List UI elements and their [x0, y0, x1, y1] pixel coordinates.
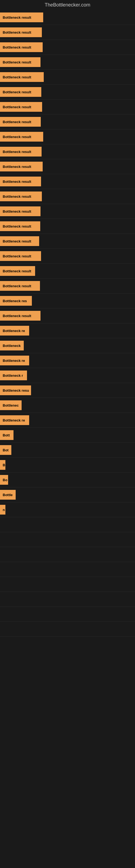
- bottleneck-bar: Bottleneck result: [0, 57, 41, 67]
- bottleneck-bar: Bottleneck result: [0, 281, 40, 291]
- bottleneck-bar: Bo: [0, 475, 8, 485]
- bar-row: [0, 562, 135, 577]
- site-title: TheBottlenecker.com: [0, 0, 135, 10]
- bar-row: Bottleneck re: [0, 353, 135, 368]
- bottleneck-bar: Bottleneck: [0, 341, 24, 350]
- bar-row: Bottleneck result: [0, 144, 135, 159]
- bottleneck-bar: n: [0, 505, 5, 515]
- bar-row: [0, 532, 135, 547]
- bottleneck-bar: Bottleneck re: [0, 415, 29, 425]
- bar-row: [0, 622, 135, 637]
- bottleneck-bar: Bottleneck result: [0, 251, 41, 261]
- bar-row: Bottleneck result: [0, 204, 135, 219]
- bar-row: [0, 607, 135, 622]
- bar-row: Bottleneck result: [0, 40, 135, 55]
- bar-row: Bottleneck r: [0, 368, 135, 383]
- bar-row: Bottleneck result: [0, 115, 135, 129]
- bottleneck-bar: Bott: [0, 430, 13, 440]
- bar-row: Bottleneck result: [0, 85, 135, 99]
- bottleneck-bar: Bottleneck result: [0, 72, 44, 82]
- bottleneck-bar: Bottleneck result: [0, 191, 42, 201]
- bottleneck-bar: Bottlenec: [0, 400, 21, 410]
- bar-row: Bott: [0, 428, 135, 443]
- bars-container: Bottleneck resultBottleneck resultBottle…: [0, 10, 135, 637]
- bottleneck-bar: Bottleneck result: [0, 12, 43, 22]
- bottleneck-bar: Bottleneck result: [0, 147, 42, 156]
- bottleneck-bar: B: [0, 460, 5, 470]
- bar-row: B: [0, 458, 135, 472]
- bar-row: Bot: [0, 443, 135, 458]
- bar-row: Bottleneck res: [0, 293, 135, 308]
- bottleneck-bar: Bottleneck result: [0, 266, 35, 276]
- bar-row: Bottle: [0, 488, 135, 502]
- bar-row: Bottleneck result: [0, 234, 135, 249]
- bar-row: Bottleneck result: [0, 99, 135, 115]
- bottleneck-bar: Bottleneck re: [0, 355, 29, 365]
- bar-row: Bottleneck result: [0, 249, 135, 264]
- bottleneck-bar: Bottle: [0, 490, 16, 500]
- bottleneck-bar: Bottleneck resu: [0, 385, 31, 395]
- bar-row: Bottleneck result: [0, 174, 135, 189]
- bar-row: Bottleneck re: [0, 323, 135, 338]
- bottleneck-bar: Bottleneck res: [0, 296, 32, 306]
- bottleneck-bar: Bottleneck result: [0, 162, 43, 172]
- bottleneck-bar: Bottleneck result: [0, 132, 43, 142]
- bar-row: n: [0, 502, 135, 517]
- bottleneck-bar: Bottleneck result: [0, 87, 41, 97]
- bottleneck-bar: Bottleneck result: [0, 27, 42, 37]
- bottleneck-bar: Bottleneck r: [0, 371, 27, 380]
- bar-row: Bottleneck result: [0, 10, 135, 25]
- bar-row: Bottleneck result: [0, 189, 135, 204]
- bar-row: Bo: [0, 472, 135, 488]
- bar-row: [0, 547, 135, 562]
- bottleneck-bar: Bottleneck result: [0, 177, 41, 186]
- bar-row: Bottleneck result: [0, 279, 135, 293]
- bar-row: Bottleneck: [0, 338, 135, 353]
- bottleneck-bar: Bottleneck result: [0, 42, 43, 52]
- bar-row: Bottleneck re: [0, 413, 135, 428]
- bar-row: Bottleneck result: [0, 70, 135, 85]
- bar-row: Bottlenec: [0, 398, 135, 413]
- bottleneck-bar: Bottleneck result: [0, 207, 41, 216]
- bottleneck-bar: Bottleneck re: [0, 326, 29, 336]
- bottleneck-bar: Bot: [0, 445, 11, 455]
- bar-row: Bottleneck result: [0, 219, 135, 234]
- bar-row: Bottleneck result: [0, 264, 135, 279]
- bar-row: Bottleneck result: [0, 129, 135, 144]
- bar-row: [0, 592, 135, 607]
- bar-row: Bottleneck result: [0, 55, 135, 70]
- bar-row: [0, 577, 135, 592]
- bar-row: [0, 517, 135, 532]
- bar-row: Bottleneck result: [0, 159, 135, 174]
- bottleneck-bar: Bottleneck result: [0, 236, 39, 246]
- bottleneck-bar: Bottleneck result: [0, 221, 40, 231]
- bottleneck-bar: Bottleneck result: [0, 117, 41, 127]
- bottleneck-bar: Bottleneck result: [0, 102, 42, 112]
- bottleneck-bar: Bottleneck result: [0, 311, 41, 321]
- bar-row: Bottleneck result: [0, 308, 135, 323]
- bar-row: Bottleneck result: [0, 25, 135, 40]
- bar-row: Bottleneck resu: [0, 383, 135, 398]
